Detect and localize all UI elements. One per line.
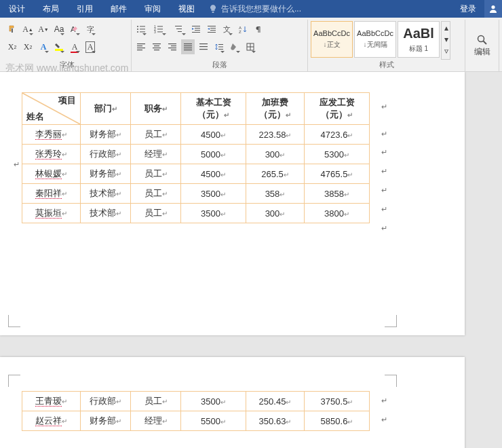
style-scroll-up[interactable]: ▴ [442, 22, 451, 33]
table-cell[interactable]: 莫振垣↵ [22, 204, 81, 223]
subscript-button[interactable]: X2 [5, 39, 19, 54]
char-border-button[interactable]: A [83, 39, 97, 54]
align-justify-button[interactable] [181, 39, 195, 54]
table-cell[interactable]: 3500↵ [181, 204, 246, 223]
table-row[interactable]: 李秀丽↵财务部↵员工↵4500↵223.58↵4723.6↵ [22, 125, 370, 145]
table-cell[interactable]: 行政部↵ [81, 145, 131, 164]
svg-point-0 [491, 5, 495, 9]
table-cell[interactable]: 265.5↵ [246, 164, 305, 184]
numbering-button[interactable]: 123 [150, 22, 168, 37]
login-button[interactable]: 登录 [452, 3, 484, 15]
format-painter-button[interactable] [5, 22, 19, 37]
table-cell[interactable]: 5850.6↵ [305, 411, 370, 431]
tab-references[interactable]: 引用 [68, 0, 102, 18]
align-distribute-button[interactable] [197, 39, 210, 54]
multilevel-button[interactable] [170, 22, 187, 37]
align-left-button[interactable] [134, 39, 148, 54]
style-scroll-down[interactable]: ▾ [442, 33, 451, 45]
table-cell[interactable]: 李秀丽↵ [22, 125, 81, 145]
align-center-button[interactable] [150, 39, 163, 54]
tab-review[interactable]: 审阅 [136, 0, 170, 18]
table-row[interactable]: 赵云祥↵财务部↵经理↵5500↵350.63↵5850.6↵ [22, 411, 370, 431]
style-normal[interactable]: AaBbCcDc↓正文 [311, 21, 353, 58]
text-effects-button[interactable]: A [37, 39, 50, 54]
table-cell[interactable]: 行政部↵ [81, 392, 131, 411]
table-cell[interactable]: 5000↵ [181, 145, 246, 164]
borders-button[interactable] [244, 39, 257, 54]
table-row[interactable]: 秦阳祥↵技术部↵员工↵3500↵358↵3858↵ [22, 184, 370, 204]
share-button[interactable] [484, 0, 502, 18]
table-cell[interactable]: 财务部↵ [81, 164, 131, 184]
tab-design[interactable]: 设计 [0, 0, 34, 18]
style-expand[interactable]: ▿ [442, 45, 451, 56]
table-cell[interactable]: 3858↵ [305, 184, 370, 204]
table-row[interactable]: 林银媛↵财务部↵员工↵4500↵265.5↵4765.5↵ [22, 164, 370, 184]
table-cell[interactable]: 4500↵ [181, 164, 246, 184]
style-nospace[interactable]: AaBbCcDc↓无间隔 [354, 21, 396, 58]
table-cell[interactable]: 赵云祥↵ [22, 411, 81, 431]
table-row[interactable]: 莫振垣↵技术部↵员工↵3500↵300↵3800↵ [22, 204, 370, 223]
table-cell[interactable]: 4765.5↵ [305, 164, 370, 184]
table-cell[interactable]: 林银媛↵ [22, 164, 81, 184]
font-size-up-button[interactable]: A▲ [21, 22, 35, 37]
table-cell[interactable]: 秦阳祥↵ [22, 184, 81, 204]
style-heading1[interactable]: AaBl标题 1 [398, 21, 440, 58]
edit-group[interactable]: 编辑 [465, 20, 499, 71]
table-cell[interactable]: 5300↵ [305, 145, 370, 164]
table-cell[interactable]: 223.58↵ [246, 125, 305, 145]
table-row[interactable]: 张秀玲↵行政部↵经理↵5000↵300↵5300↵ [22, 145, 370, 164]
table-row[interactable]: 王青瑷↵行政部↵员工↵3500↵250.45↵3750.5↵ [22, 392, 370, 411]
table-cell[interactable]: 员工↵ [131, 184, 181, 204]
table-cell[interactable]: 员工↵ [131, 164, 181, 184]
table-cell[interactable]: 财务部↵ [81, 125, 131, 145]
table-cell[interactable]: 358↵ [246, 184, 305, 204]
table-cell[interactable]: 250.45↵ [246, 392, 305, 411]
tell-me-search[interactable]: 告诉我您想要做什么... [209, 3, 301, 15]
table-cell[interactable]: 3750.5↵ [305, 392, 370, 411]
salary-table-1[interactable]: 项目 姓名 部门↵ 职务↵ 基本工资（元）↵ 加班费（元）↵ 应发工资（元）↵ … [22, 92, 370, 223]
indent-right-button[interactable] [205, 22, 218, 37]
table-cell[interactable]: 4500↵ [181, 125, 246, 145]
clear-format-button[interactable]: A [68, 22, 81, 37]
asian-layout-button[interactable]: 文 [220, 22, 234, 37]
tab-view[interactable]: 视图 [170, 0, 204, 18]
salary-table-2[interactable]: 王青瑷↵行政部↵员工↵3500↵250.45↵3750.5↵赵云祥↵财务部↵经理… [22, 391, 370, 431]
bullets-button[interactable] [134, 22, 148, 37]
table-cell[interactable]: 300↵ [246, 204, 305, 223]
table-cell[interactable]: 3500↵ [181, 184, 246, 204]
tab-mailings[interactable]: 邮件 [102, 0, 136, 18]
font-color-button[interactable]: A [68, 39, 81, 54]
change-case-button[interactable]: Aa [52, 22, 66, 37]
table-cell[interactable]: 员工↵ [131, 204, 181, 223]
table-cell[interactable]: 王青瑷↵ [22, 392, 81, 411]
table-cell[interactable]: 技术部↵ [81, 204, 131, 223]
indent-left-button[interactable] [189, 22, 203, 37]
paragraph-mark: ↵ [381, 224, 387, 233]
table-cell[interactable]: 员工↵ [131, 392, 181, 411]
align-right-button[interactable] [166, 39, 179, 54]
font-size-down-button[interactable]: A▼ [37, 22, 50, 37]
table-cell[interactable]: 5500↵ [181, 411, 246, 431]
table-cell[interactable]: 300↵ [246, 145, 305, 164]
shading-button[interactable] [228, 39, 242, 54]
superscript-button[interactable]: X2 [21, 39, 35, 54]
table-cell[interactable]: 350.63↵ [246, 411, 305, 431]
table-cell[interactable]: 4723.6↵ [305, 125, 370, 145]
paragraph-mark: ↵ [381, 205, 387, 214]
phonetic-guide-button[interactable]: 字 [83, 22, 97, 37]
table-cell[interactable]: 员工↵ [131, 125, 181, 145]
crop-mark [385, 375, 397, 387]
table-cell[interactable]: 财务部↵ [81, 411, 131, 431]
table-cell[interactable]: 经理↵ [131, 411, 181, 431]
highlight-button[interactable] [52, 39, 66, 54]
sort-button[interactable]: AZ [236, 22, 250, 37]
table-cell[interactable]: 3800↵ [305, 204, 370, 223]
table-cell[interactable]: 3500↵ [181, 392, 246, 411]
line-spacing-button[interactable] [212, 39, 226, 54]
document-area[interactable]: ↵ 项目 姓名 部门↵ 职务↵ 基本工资（元）↵ 加班费（元）↵ 应发工资（元）… [0, 72, 502, 448]
tab-layout[interactable]: 布局 [34, 0, 68, 18]
table-cell[interactable]: 技术部↵ [81, 184, 131, 204]
table-cell[interactable]: 经理↵ [131, 145, 181, 164]
show-marks-button[interactable] [252, 22, 265, 37]
table-cell[interactable]: 张秀玲↵ [22, 145, 81, 164]
